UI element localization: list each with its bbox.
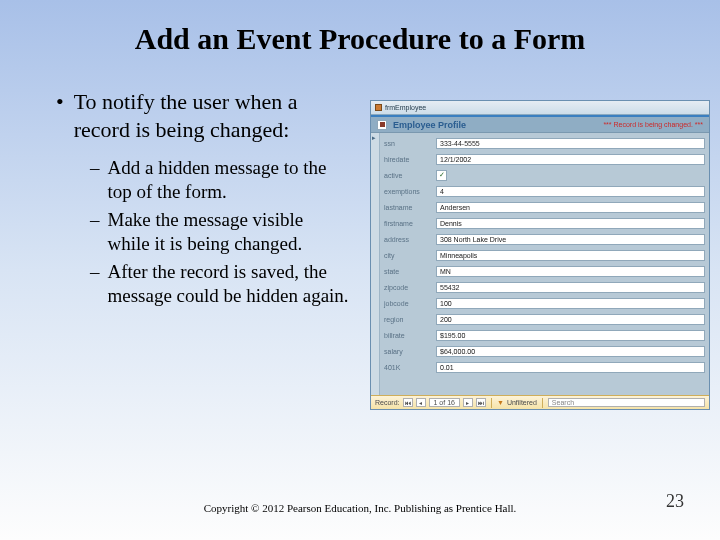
bullet-text: To notify the user when a record is bein…	[74, 88, 354, 144]
field-row: stateMN	[384, 263, 705, 279]
field-row: address308 North Lake Drive	[384, 231, 705, 247]
nav-filter-label[interactable]: Unfiltered	[507, 399, 537, 406]
dash-icon: –	[90, 260, 100, 308]
field-label: firstname	[384, 220, 432, 227]
field-input[interactable]: 0.01	[436, 362, 705, 373]
copyright-footer: Copyright © 2012 Pearson Education, Inc.…	[0, 502, 720, 514]
field-input[interactable]: $64,000.00	[436, 346, 705, 357]
sub-list: – Add a hidden message to the top of the…	[90, 156, 350, 308]
record-selector[interactable]	[371, 133, 380, 395]
field-row: hiredate12/1/2002	[384, 151, 705, 167]
field-row: zipcode55432	[384, 279, 705, 295]
nav-first-button[interactable]: ⏮	[403, 398, 413, 407]
form-header-title: Employee Profile	[393, 120, 466, 130]
field-input[interactable]: 4	[436, 186, 705, 197]
dash-icon: –	[90, 156, 100, 204]
sub-bullet: – After the record is saved, the message…	[90, 260, 350, 308]
field-label: ssn	[384, 140, 432, 147]
field-input[interactable]: Dennis	[436, 218, 705, 229]
nav-separator	[542, 398, 543, 408]
form-header-icon	[377, 120, 387, 130]
field-label: zipcode	[384, 284, 432, 291]
slide-title: Add an Event Procedure to a Form	[0, 0, 720, 70]
field-input[interactable]: 200	[436, 314, 705, 325]
field-input[interactable]: MN	[436, 266, 705, 277]
bullet-icon: •	[56, 88, 64, 116]
field-label: hiredate	[384, 156, 432, 163]
nav-separator	[491, 398, 492, 408]
field-label: salary	[384, 348, 432, 355]
field-checkbox[interactable]: ✓	[436, 170, 447, 181]
sub-text: After the record is saved, the message c…	[108, 260, 351, 308]
field-label: jobcode	[384, 300, 432, 307]
field-label: address	[384, 236, 432, 243]
field-input[interactable]: 100	[436, 298, 705, 309]
field-label: state	[384, 268, 432, 275]
tab-bar: frmEmployee	[371, 101, 709, 115]
nav-record-label: Record:	[375, 399, 400, 406]
sub-bullet: – Make the message visible while it is b…	[90, 208, 350, 256]
form-tab-icon	[375, 104, 382, 111]
field-label: city	[384, 252, 432, 259]
field-label: active	[384, 172, 432, 179]
nav-prev-button[interactable]: ◂	[416, 398, 426, 407]
field-label: region	[384, 316, 432, 323]
nav-last-button[interactable]: ⏭	[476, 398, 486, 407]
field-input[interactable]: 308 North Lake Drive	[436, 234, 705, 245]
field-row: lastnameAndersen	[384, 199, 705, 215]
form-body: ssn333-44-5555hiredate12/1/2002active✓ex…	[380, 133, 709, 395]
field-row: 401K0.01	[384, 359, 705, 375]
field-input[interactable]: $195.00	[436, 330, 705, 341]
page-number: 23	[666, 491, 684, 512]
nav-search-input[interactable]: Search	[548, 398, 705, 407]
field-row: active✓	[384, 167, 705, 183]
sub-text: Make the message visible while it is bei…	[108, 208, 351, 256]
field-row: billrate$195.00	[384, 327, 705, 343]
dash-icon: –	[90, 208, 100, 256]
field-label: billrate	[384, 332, 432, 339]
nav-position[interactable]: 1 of 16	[429, 398, 460, 407]
field-row: region200	[384, 311, 705, 327]
sub-text: Add a hidden message to the top of the f…	[108, 156, 351, 204]
form-header: Employee Profile *** Record is being cha…	[371, 115, 709, 133]
field-row: exemptions4	[384, 183, 705, 199]
field-row: cityMinneapolis	[384, 247, 705, 263]
sub-bullet: – Add a hidden message to the top of the…	[90, 156, 350, 204]
nav-next-button[interactable]: ▸	[463, 398, 473, 407]
record-change-warning: *** Record is being changed. ***	[603, 121, 703, 128]
field-label: 401K	[384, 364, 432, 371]
field-input[interactable]: 333-44-5555	[436, 138, 705, 149]
form-tab-label[interactable]: frmEmployee	[385, 104, 426, 111]
field-label: exemptions	[384, 188, 432, 195]
form-screenshot: frmEmployee Employee Profile *** Record …	[370, 100, 710, 410]
field-input[interactable]: Andersen	[436, 202, 705, 213]
field-row: ssn333-44-5555	[384, 135, 705, 151]
field-row: firstnameDennis	[384, 215, 705, 231]
field-input[interactable]: 55432	[436, 282, 705, 293]
field-row: salary$64,000.00	[384, 343, 705, 359]
field-input[interactable]: 12/1/2002	[436, 154, 705, 165]
field-label: lastname	[384, 204, 432, 211]
field-input[interactable]: Minneapolis	[436, 250, 705, 261]
record-navigator: Record: ⏮ ◂ 1 of 16 ▸ ⏭ ▼ Unfiltered Sea…	[371, 395, 709, 409]
field-row: jobcode100	[384, 295, 705, 311]
filter-icon[interactable]: ▼	[497, 399, 504, 406]
